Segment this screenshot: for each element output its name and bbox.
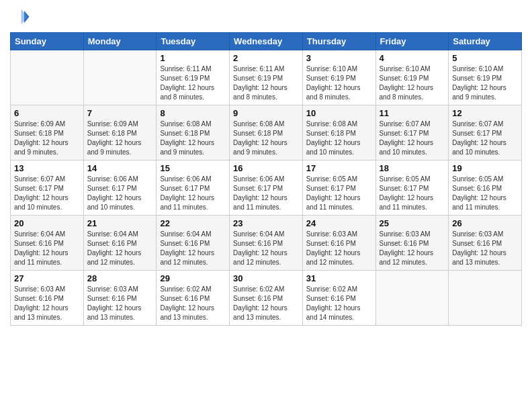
- calendar-cell: 16Sunrise: 6:06 AM Sunset: 6:17 PM Dayli…: [230, 161, 303, 216]
- day-info: Sunrise: 6:02 AM Sunset: 6:16 PM Dayligh…: [306, 285, 372, 322]
- day-number: 10: [306, 108, 372, 118]
- calendar-cell: 30Sunrise: 6:02 AM Sunset: 6:16 PM Dayli…: [230, 271, 303, 326]
- calendar-table: SundayMondayTuesdayWednesdayThursdayFrid…: [10, 32, 522, 326]
- calendar-header-wednesday: Wednesday: [230, 33, 303, 50]
- calendar-cell: 27Sunrise: 6:03 AM Sunset: 6:16 PM Dayli…: [11, 271, 84, 326]
- calendar-cell: 25Sunrise: 6:03 AM Sunset: 6:16 PM Dayli…: [375, 216, 449, 271]
- day-info: Sunrise: 6:03 AM Sunset: 6:16 PM Dayligh…: [380, 230, 445, 267]
- logo: [10, 7, 32, 27]
- calendar-header-sunday: Sunday: [11, 33, 84, 50]
- calendar-cell: 20Sunrise: 6:04 AM Sunset: 6:16 PM Dayli…: [11, 216, 84, 271]
- day-info: Sunrise: 6:03 AM Sunset: 6:16 PM Dayligh…: [306, 230, 372, 267]
- day-number: 28: [87, 273, 153, 283]
- day-info: Sunrise: 6:05 AM Sunset: 6:17 PM Dayligh…: [380, 175, 445, 212]
- calendar-cell: 11Sunrise: 6:07 AM Sunset: 6:17 PM Dayli…: [375, 105, 449, 161]
- calendar-header-saturday: Saturday: [449, 33, 522, 50]
- day-info: Sunrise: 6:04 AM Sunset: 6:16 PM Dayligh…: [87, 230, 153, 267]
- calendar-cell: [83, 50, 157, 105]
- calendar-header-thursday: Thursday: [302, 33, 375, 50]
- day-info: Sunrise: 6:04 AM Sunset: 6:16 PM Dayligh…: [160, 230, 226, 267]
- calendar-cell: 5Sunrise: 6:10 AM Sunset: 6:19 PM Daylig…: [449, 50, 522, 105]
- calendar-week-4: 20Sunrise: 6:04 AM Sunset: 6:16 PM Dayli…: [11, 216, 522, 271]
- calendar-cell: 28Sunrise: 6:03 AM Sunset: 6:16 PM Dayli…: [83, 271, 157, 326]
- day-info: Sunrise: 6:08 AM Sunset: 6:18 PM Dayligh…: [306, 120, 372, 157]
- day-info: Sunrise: 6:06 AM Sunset: 6:17 PM Dayligh…: [160, 175, 226, 212]
- day-info: Sunrise: 6:06 AM Sunset: 6:17 PM Dayligh…: [87, 175, 153, 212]
- calendar-cell: 31Sunrise: 6:02 AM Sunset: 6:16 PM Dayli…: [302, 271, 375, 326]
- calendar-cell: 12Sunrise: 6:07 AM Sunset: 6:17 PM Dayli…: [449, 105, 522, 161]
- day-number: 1: [160, 53, 226, 63]
- day-info: Sunrise: 6:05 AM Sunset: 6:17 PM Dayligh…: [306, 175, 372, 212]
- day-info: Sunrise: 6:11 AM Sunset: 6:19 PM Dayligh…: [233, 64, 299, 102]
- page: SundayMondayTuesdayWednesdayThursdayFrid…: [0, 0, 532, 411]
- day-number: 5: [452, 53, 518, 63]
- day-info: Sunrise: 6:04 AM Sunset: 6:16 PM Dayligh…: [14, 230, 80, 267]
- calendar-cell: 9Sunrise: 6:08 AM Sunset: 6:18 PM Daylig…: [230, 105, 303, 161]
- day-number: 22: [160, 218, 226, 228]
- calendar-cell: 10Sunrise: 6:08 AM Sunset: 6:18 PM Dayli…: [302, 105, 375, 161]
- day-number: 31: [306, 273, 372, 283]
- day-number: 18: [380, 163, 445, 173]
- day-info: Sunrise: 6:03 AM Sunset: 6:16 PM Dayligh…: [87, 285, 153, 322]
- calendar-cell: 7Sunrise: 6:09 AM Sunset: 6:18 PM Daylig…: [83, 105, 157, 161]
- day-number: 16: [233, 163, 299, 173]
- day-number: 9: [233, 108, 299, 118]
- day-info: Sunrise: 6:05 AM Sunset: 6:16 PM Dayligh…: [452, 175, 518, 212]
- calendar-week-3: 13Sunrise: 6:07 AM Sunset: 6:17 PM Dayli…: [11, 161, 522, 216]
- calendar-cell: 4Sunrise: 6:10 AM Sunset: 6:19 PM Daylig…: [375, 50, 449, 105]
- calendar-header-friday: Friday: [375, 33, 449, 50]
- calendar-week-5: 27Sunrise: 6:03 AM Sunset: 6:16 PM Dayli…: [11, 271, 522, 326]
- day-number: 6: [14, 108, 80, 118]
- calendar-cell: 6Sunrise: 6:09 AM Sunset: 6:18 PM Daylig…: [11, 105, 84, 161]
- calendar-cell: 15Sunrise: 6:06 AM Sunset: 6:17 PM Dayli…: [157, 161, 230, 216]
- calendar-header-tuesday: Tuesday: [157, 33, 230, 50]
- calendar-header-row: SundayMondayTuesdayWednesdayThursdayFrid…: [11, 33, 522, 50]
- calendar-cell: [11, 50, 84, 105]
- calendar-cell: 8Sunrise: 6:08 AM Sunset: 6:18 PM Daylig…: [157, 105, 230, 161]
- calendar-cell: 26Sunrise: 6:03 AM Sunset: 6:16 PM Dayli…: [449, 216, 522, 271]
- day-info: Sunrise: 6:09 AM Sunset: 6:18 PM Dayligh…: [14, 120, 80, 157]
- calendar-header-monday: Monday: [83, 33, 157, 50]
- calendar-cell: [449, 271, 522, 326]
- day-info: Sunrise: 6:09 AM Sunset: 6:18 PM Dayligh…: [87, 120, 153, 157]
- day-number: 4: [380, 53, 445, 63]
- calendar-cell: 3Sunrise: 6:10 AM Sunset: 6:19 PM Daylig…: [302, 50, 375, 105]
- header: [10, 7, 522, 27]
- day-info: Sunrise: 6:04 AM Sunset: 6:16 PM Dayligh…: [233, 230, 299, 267]
- calendar-cell: 14Sunrise: 6:06 AM Sunset: 6:17 PM Dayli…: [83, 161, 157, 216]
- day-number: 29: [160, 273, 226, 283]
- day-number: 21: [87, 218, 153, 228]
- day-info: Sunrise: 6:10 AM Sunset: 6:19 PM Dayligh…: [380, 64, 445, 102]
- day-number: 20: [14, 218, 80, 228]
- day-number: 26: [452, 218, 518, 228]
- calendar-cell: 1Sunrise: 6:11 AM Sunset: 6:19 PM Daylig…: [157, 50, 230, 105]
- day-number: 23: [233, 218, 299, 228]
- day-number: 19: [452, 163, 518, 173]
- day-info: Sunrise: 6:10 AM Sunset: 6:19 PM Dayligh…: [452, 64, 518, 102]
- day-info: Sunrise: 6:03 AM Sunset: 6:16 PM Dayligh…: [14, 285, 80, 322]
- day-number: 11: [380, 108, 445, 118]
- calendar-cell: 2Sunrise: 6:11 AM Sunset: 6:19 PM Daylig…: [230, 50, 303, 105]
- day-number: 13: [14, 163, 80, 173]
- day-info: Sunrise: 6:08 AM Sunset: 6:18 PM Dayligh…: [160, 120, 226, 157]
- calendar-cell: 21Sunrise: 6:04 AM Sunset: 6:16 PM Dayli…: [83, 216, 157, 271]
- day-info: Sunrise: 6:03 AM Sunset: 6:16 PM Dayligh…: [452, 230, 518, 267]
- day-info: Sunrise: 6:02 AM Sunset: 6:16 PM Dayligh…: [233, 285, 299, 322]
- day-number: 12: [452, 108, 518, 118]
- day-number: 17: [306, 163, 372, 173]
- day-info: Sunrise: 6:06 AM Sunset: 6:17 PM Dayligh…: [233, 175, 299, 212]
- calendar-cell: 29Sunrise: 6:02 AM Sunset: 6:16 PM Dayli…: [157, 271, 230, 326]
- day-number: 7: [87, 108, 153, 118]
- day-number: 14: [87, 163, 153, 173]
- day-info: Sunrise: 6:07 AM Sunset: 6:17 PM Dayligh…: [14, 175, 80, 212]
- day-info: Sunrise: 6:02 AM Sunset: 6:16 PM Dayligh…: [160, 285, 226, 322]
- calendar-cell: 24Sunrise: 6:03 AM Sunset: 6:16 PM Dayli…: [302, 216, 375, 271]
- day-number: 2: [233, 53, 299, 63]
- calendar-cell: 18Sunrise: 6:05 AM Sunset: 6:17 PM Dayli…: [375, 161, 449, 216]
- day-number: 25: [380, 218, 445, 228]
- logo-icon: [10, 7, 30, 27]
- day-info: Sunrise: 6:08 AM Sunset: 6:18 PM Dayligh…: [233, 120, 299, 157]
- calendar-week-2: 6Sunrise: 6:09 AM Sunset: 6:18 PM Daylig…: [11, 105, 522, 161]
- calendar-cell: 19Sunrise: 6:05 AM Sunset: 6:16 PM Dayli…: [449, 161, 522, 216]
- calendar-cell: 17Sunrise: 6:05 AM Sunset: 6:17 PM Dayli…: [302, 161, 375, 216]
